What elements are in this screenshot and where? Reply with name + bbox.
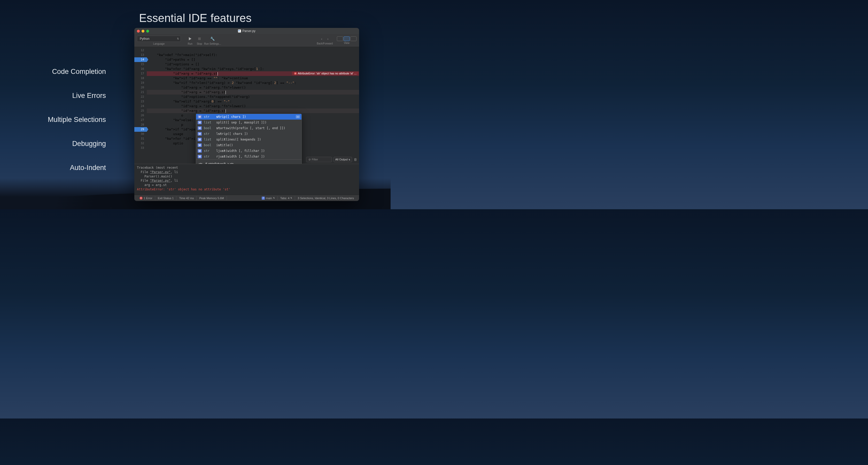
console-line: arg = arg.st	[137, 183, 356, 187]
completion-item[interactable]: Mstrstrip([ chars ])▭	[196, 114, 302, 120]
run-settings-button[interactable]: 🔧	[208, 36, 217, 42]
inline-error[interactable]: ✕ AttributeError: 'str' object has no at…	[292, 71, 359, 75]
line-number[interactable]: 27	[134, 118, 147, 122]
feature-item: Live Errors	[30, 92, 106, 100]
run-settings-label: Run Settings...	[204, 42, 221, 45]
code-line[interactable]: "kw">if "fn">len("id">arg) > 2 "kw">and …	[147, 81, 359, 85]
close-window-button[interactable]	[137, 30, 140, 33]
completion-item[interactable]: Mstrljust(width [, fillchar ])	[196, 148, 302, 154]
line-number[interactable]: 28	[134, 122, 147, 127]
code-line[interactable]: "id">options."fn">append("id">arg)	[147, 95, 359, 99]
error-icon: ✕	[294, 72, 297, 75]
code-line[interactable]: "kw">elif "id">arg[0] == "-":	[147, 99, 359, 104]
completion-item[interactable]: Mstrrjust(width [, fillchar ])	[196, 154, 302, 159]
code-line[interactable]: "id">arg = "id">arg.st	[147, 108, 359, 113]
inline-error-text: AttributeError: 'str' object has no attr…	[298, 72, 356, 75]
line-number[interactable]: 13	[134, 53, 147, 57]
console-line: Parser().main()	[137, 175, 356, 179]
code-line[interactable]: "id">paths = []	[147, 57, 359, 62]
completion-item[interactable]: Mboolistitle()	[196, 142, 302, 148]
maximize-window-button[interactable]	[146, 30, 149, 33]
ide-window: Parser.py Python⇅ Language Run Stop 🔧 Ru…	[134, 28, 359, 201]
line-number[interactable]: 30	[134, 132, 147, 136]
completion-item[interactable]: Mboolstartswith(prefix [, start [, end ]…	[196, 125, 302, 131]
code-area[interactable]: ✕ AttributeError: 'str' object has no at…	[147, 47, 359, 164]
completion-doc: str – S.strip([chars]) -> strReturn a co…	[196, 159, 302, 164]
page-title: Essential IDE features	[0, 11, 391, 25]
window-titlebar[interactable]: Parser.py	[134, 28, 359, 34]
code-line[interactable]: "id">arg = "id">arg."fn">lower()	[147, 85, 359, 90]
status-errors[interactable]: ✕1 Error	[137, 196, 155, 200]
feature-item: Code Completion	[30, 68, 106, 76]
line-number[interactable]: 12	[134, 48, 147, 53]
stop-icon	[198, 37, 201, 40]
completion-item[interactable]: Mstrlstrip([ chars ])	[196, 131, 302, 137]
line-number[interactable]: 15	[134, 62, 147, 67]
console-filter-input[interactable]: ⊘ Filter	[306, 157, 332, 162]
forward-button[interactable]: ›	[325, 36, 331, 41]
feature-list: Code Completion Live Errors Multiple Sel…	[30, 68, 106, 188]
line-number[interactable]: 20	[134, 85, 147, 90]
console-line: Traceback (most recent	[137, 165, 356, 170]
status-scope[interactable]: fmain ⇅	[259, 196, 278, 200]
line-number[interactable]: 25	[134, 108, 147, 113]
language-selector[interactable]: Python⇅	[137, 36, 181, 42]
status-tabs[interactable]: Tabs: 4 ⇅	[278, 196, 295, 200]
completion-item[interactable]: Mlistsplitlines([ keepends ])	[196, 137, 302, 142]
method-badge-icon: M	[197, 155, 202, 158]
line-number[interactable]: 21	[134, 90, 147, 95]
line-number[interactable]: 33	[134, 146, 147, 150]
view-mode-2-button[interactable]	[344, 36, 350, 41]
minimize-window-button[interactable]	[142, 30, 145, 33]
filter-placeholder: Filter	[312, 158, 318, 161]
clear-console-button[interactable]: 🗑	[354, 157, 357, 162]
line-number[interactable]: 22	[134, 95, 147, 99]
chevron-updown-icon: ⇅	[290, 197, 292, 199]
status-bar: ✕1 Error Exit Status 1 Time 42 ms Peak M…	[134, 195, 359, 201]
console-line: File "Parser.py", li	[137, 170, 356, 175]
line-number[interactable]: 17	[134, 71, 147, 76]
output-selector[interactable]: All Output ⇅	[334, 157, 352, 162]
run-button[interactable]	[185, 36, 195, 42]
code-line[interactable]: "kw">for "id">arg "kw">in "id">sys."id">…	[147, 67, 359, 71]
method-badge-icon: M	[197, 115, 202, 119]
line-number[interactable]: 23	[134, 99, 147, 104]
line-number[interactable]: 14	[134, 57, 147, 62]
file-icon	[238, 29, 241, 33]
line-number[interactable]: 19	[134, 81, 147, 85]
window-title: Parser.py	[242, 29, 255, 33]
feature-item: Auto-Indent	[30, 164, 106, 172]
stop-label: Stop	[197, 42, 202, 45]
console-output[interactable]: ⊘ Filter All Output ⇅ 🗑 Traceback (most …	[134, 164, 359, 195]
line-number[interactable]: 32	[134, 141, 147, 146]
filter-icon: ⊘	[308, 158, 311, 161]
feature-item: Debugging	[30, 140, 106, 148]
line-gutter: 1213141516171819202122232425262728293031…	[134, 47, 147, 164]
chevron-left-icon: ‹	[321, 37, 322, 41]
doc-icon: ▭	[296, 115, 300, 118]
line-number[interactable]: 29	[134, 127, 147, 132]
code-line[interactable]: "id">options = []	[147, 62, 359, 67]
completion-item[interactable]: Mlistsplit([ sep [, maxsplit ]])	[196, 120, 302, 125]
chevron-updown-icon: ⇅	[348, 159, 350, 161]
code-line[interactable]: "kw">def "fn">main("id">self):	[147, 53, 359, 57]
code-line[interactable]: "id">arg = "id">arg.st	[147, 90, 359, 95]
view-mode-1-button[interactable]	[337, 36, 343, 41]
run-label: Run	[188, 42, 192, 45]
error-icon: ✕	[140, 196, 143, 200]
chevron-updown-icon: ⇅	[273, 197, 275, 199]
line-number[interactable]: 18	[134, 76, 147, 81]
code-line[interactable]	[147, 48, 359, 53]
line-number[interactable]: 16	[134, 67, 147, 71]
back-button[interactable]: ‹	[318, 36, 325, 41]
console-line: File "Parser.py", li	[137, 179, 356, 183]
code-editor[interactable]: 1213141516171819202122232425262728293031…	[134, 47, 359, 164]
line-number[interactable]: 24	[134, 104, 147, 108]
line-number[interactable]: 26	[134, 113, 147, 118]
view-mode-3-button[interactable]	[350, 36, 356, 41]
code-line[interactable]: "kw">if "id">arg == "": "kw">continue	[147, 76, 359, 81]
stop-button[interactable]	[195, 36, 204, 42]
completion-popup[interactable]: Mstrstrip([ chars ])▭Mlistsplit([ sep [,…	[196, 114, 302, 164]
line-number[interactable]: 31	[134, 136, 147, 141]
code-line[interactable]: "id">arg = "id">arg."fn">lower()	[147, 104, 359, 108]
